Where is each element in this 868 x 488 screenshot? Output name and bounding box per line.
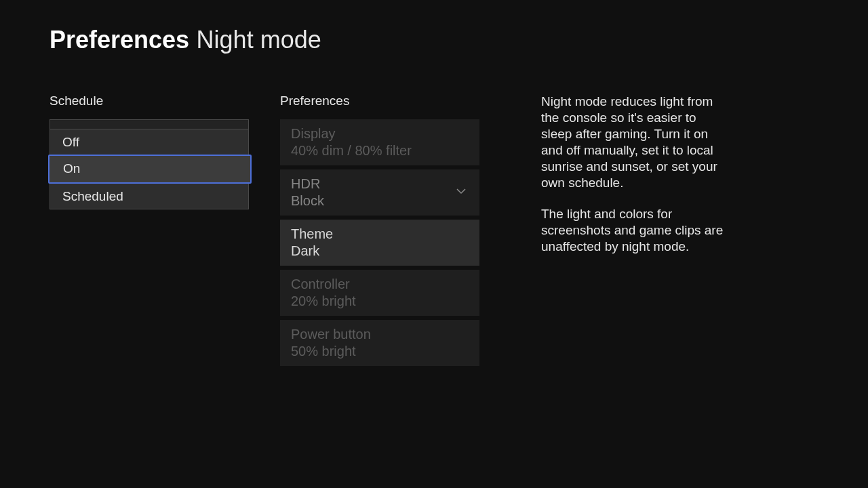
pref-display[interactable]: Display 40% dim / 80% filter — [280, 119, 479, 165]
pref-theme[interactable]: Theme Dark — [280, 220, 479, 266]
schedule-column: Schedule Night mode Off On Scheduled — [50, 94, 280, 370]
pref-value: 50% bright — [291, 344, 469, 359]
pref-hdr[interactable]: HDR Block — [280, 169, 479, 216]
pref-power-button[interactable]: Power button 50% bright — [280, 320, 479, 366]
description-column: Night mode reduces light from the consol… — [511, 94, 728, 370]
dropdown-option-on[interactable]: On — [48, 155, 252, 184]
pref-label: Controller — [291, 277, 469, 292]
pref-value: 40% dim / 80% filter — [291, 143, 469, 159]
description-paragraph-2: The light and colors for screenshots and… — [541, 206, 728, 255]
preferences-column: Preferences Display 40% dim / 80% filter… — [280, 94, 511, 370]
pref-value: 20% bright — [291, 293, 469, 309]
pref-value: Block — [291, 193, 469, 209]
dropdown-list: Off On Scheduled — [50, 129, 249, 209]
preferences-title: Preferences — [280, 94, 511, 108]
pref-controller[interactable]: Controller 20% bright — [280, 270, 479, 316]
header-light: Night mode — [197, 26, 321, 54]
pref-label: HDR — [291, 176, 469, 192]
pref-label: Theme — [291, 226, 469, 242]
header-bold: Preferences — [50, 26, 189, 54]
pref-label: Display — [291, 126, 469, 142]
pref-label: Power button — [291, 327, 469, 342]
page-header: Preferences Night mode — [0, 0, 868, 54]
description-paragraph-1: Night mode reduces light from the consol… — [541, 94, 728, 191]
chevron-down-icon — [455, 185, 467, 200]
dropdown-option-off[interactable]: Off — [50, 129, 248, 155]
dropdown-option-scheduled[interactable]: Scheduled — [50, 184, 248, 209]
schedule-title: Schedule — [50, 94, 280, 108]
pref-value: Dark — [291, 243, 469, 259]
